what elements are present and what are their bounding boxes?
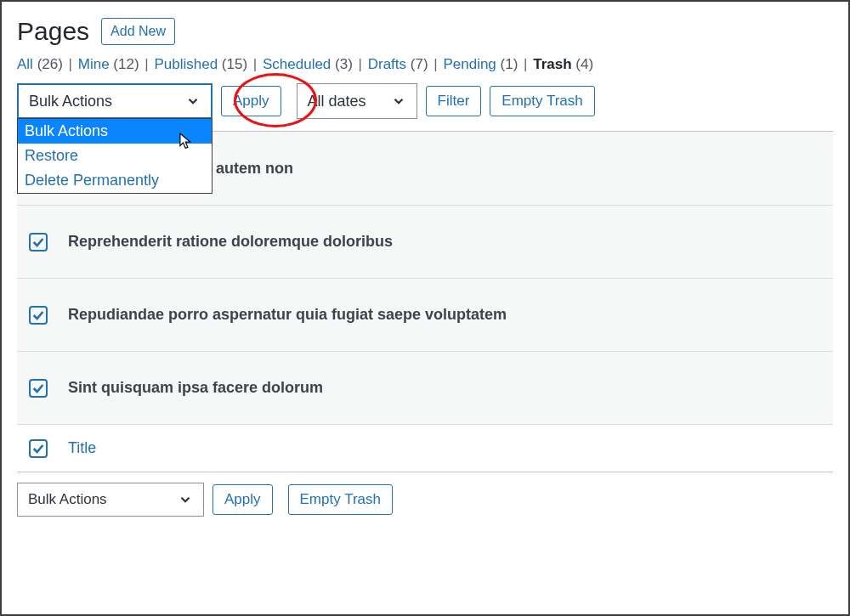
bulk-actions-selected-bottom: Bulk Actions (28, 491, 107, 508)
row-title: Repudiandae porro aspernatur quia fugiat… (68, 306, 507, 324)
bulk-actions-select[interactable]: Bulk Actions (17, 83, 212, 119)
row-title: Sint quisquam ipsa facere dolorum (68, 379, 323, 397)
bulk-actions-select-bottom[interactable]: Bulk Actions (17, 483, 204, 517)
status-filter-links: All (26) | Mine (12) | Published (15) | … (17, 56, 833, 73)
add-new-button[interactable]: Add New (101, 18, 175, 45)
filter-scheduled[interactable]: Scheduled (3) (263, 56, 353, 72)
date-filter-selected: All dates (308, 93, 366, 110)
bulk-option-delete-permanently[interactable]: Delete Permanently (18, 168, 212, 193)
bulk-option-bulk-actions[interactable]: Bulk Actions (18, 119, 212, 144)
bulk-actions-selected: Bulk Actions (29, 93, 112, 110)
filter-all[interactable]: All (26) (17, 56, 63, 72)
bulk-actions-select-wrap: Bulk Actions Bulk Actions Restore Delete… (17, 83, 212, 119)
filter-button[interactable]: Filter (426, 86, 482, 116)
table-row: Sint quisquam ipsa facere dolorum (17, 351, 833, 424)
table-row: Reprehenderit ratione doloremque dolorib… (17, 205, 833, 278)
chevron-down-icon (391, 93, 406, 109)
table-row: Repudiandae porro aspernatur quia fugiat… (17, 278, 833, 351)
bulk-option-restore[interactable]: Restore (18, 144, 212, 168)
apply-button-top[interactable]: Apply (221, 86, 281, 116)
filter-mine[interactable]: Mine (12) (78, 56, 139, 72)
date-filter-select[interactable]: All dates (297, 83, 417, 119)
chevron-down-icon (185, 93, 201, 109)
chevron-down-icon (178, 492, 193, 507)
page-title: Pages (17, 17, 89, 46)
filter-published[interactable]: Published (15) (154, 56, 247, 72)
bottom-toolbar: Bulk Actions Apply Empty Trash (17, 483, 833, 517)
row-title: Reprehenderit ratione doloremque dolorib… (68, 233, 393, 251)
page-header: Pages Add New (17, 17, 833, 46)
select-all-checkbox[interactable] (29, 439, 48, 458)
top-toolbar: Bulk Actions Bulk Actions Restore Delete… (17, 83, 833, 119)
column-title-header[interactable]: Title (68, 439, 96, 457)
apply-button-bottom[interactable]: Apply (212, 484, 273, 515)
filter-drafts[interactable]: Drafts (7) (368, 56, 428, 72)
row-checkbox[interactable] (29, 306, 48, 325)
pages-admin-screen: Pages Add New All (26) | Mine (12) | Pub… (0, 0, 850, 616)
bulk-actions-dropdown: Bulk Actions Restore Delete Permanently (17, 118, 212, 194)
filter-trash[interactable]: Trash (4) (533, 56, 593, 72)
bulk-actions-select-wrap-bottom: Bulk Actions (17, 483, 204, 517)
empty-trash-button-top[interactable]: Empty Trash (490, 86, 594, 116)
filter-pending[interactable]: Pending (1) (443, 56, 518, 72)
table-footer-header: Title (17, 424, 833, 472)
row-checkbox[interactable] (29, 379, 48, 398)
row-checkbox[interactable] (29, 233, 48, 251)
date-filter-select-wrap: All dates (297, 83, 417, 119)
empty-trash-button-bottom[interactable]: Empty Trash (288, 484, 393, 515)
